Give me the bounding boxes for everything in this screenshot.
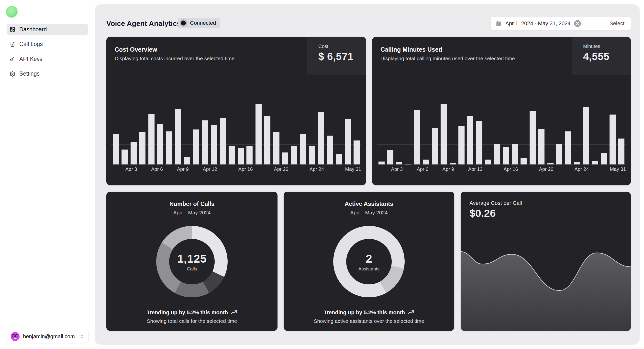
bar	[440, 104, 447, 164]
bar	[166, 131, 172, 164]
sidebar-item-label: Dashboard	[19, 26, 47, 33]
x-tick-label	[253, 166, 260, 176]
bar	[282, 152, 288, 164]
x-tick-label	[189, 166, 196, 176]
cost-chart-x-axis: Apr 3Apr 6Apr 9Apr 12Apr 16Apr 20Apr 24M…	[111, 166, 361, 176]
x-tick-label	[603, 166, 610, 176]
avatar	[11, 332, 20, 341]
x-tick-label	[111, 166, 118, 176]
x-tick-label	[410, 166, 417, 176]
bar	[574, 162, 580, 164]
x-tick-label	[267, 166, 274, 176]
bar	[238, 148, 244, 164]
x-tick-label: Apr 9	[177, 166, 189, 176]
x-tick-label: Apr 3	[391, 166, 403, 176]
x-tick-label	[483, 166, 490, 176]
clear-date-button[interactable]	[574, 20, 581, 27]
bar	[354, 141, 360, 164]
card-title: Average Cost per Call	[470, 200, 522, 206]
x-tick-label	[377, 166, 384, 176]
bar	[228, 146, 235, 164]
x-tick-label	[144, 166, 151, 176]
x-tick-label	[436, 166, 442, 176]
bar	[148, 114, 154, 164]
bar	[246, 146, 252, 164]
sidebar-item-label: Settings	[19, 71, 40, 77]
dashboard-grid-icon	[10, 27, 15, 32]
x-tick-label	[568, 166, 574, 176]
close-icon	[576, 22, 579, 25]
calls-donut-chart: 1,125 Calls	[156, 226, 228, 297]
main-panel: Voice Agent Analytics Connected Apr 1, 2…	[94, 5, 640, 344]
select-button[interactable]: Select	[603, 17, 631, 30]
bar	[113, 134, 119, 164]
sidebar-item-dashboard[interactable]: Dashboard	[6, 24, 88, 35]
gear-icon	[10, 71, 15, 77]
bar	[327, 136, 333, 164]
bar	[610, 115, 616, 164]
bar	[396, 162, 402, 164]
bar	[264, 116, 270, 164]
user-account-menu[interactable]: benjamin@gmail.com	[6, 330, 89, 343]
cost-bar-chart	[111, 75, 361, 164]
x-tick-label: Apr 20	[539, 166, 554, 176]
x-tick-label: Apr 6	[151, 166, 163, 176]
bar	[122, 150, 128, 165]
card-header: Calling Minutes Used Displaying total ca…	[372, 37, 631, 75]
x-tick-label	[217, 166, 224, 176]
sidebar-item-call-logs[interactable]: Call Logs	[6, 39, 88, 50]
card-footnote: Showing active assistants over the selec…	[284, 318, 454, 324]
x-tick-label	[295, 166, 302, 176]
x-tick-label	[196, 166, 203, 176]
sidebar-item-settings[interactable]: Settings	[6, 68, 88, 80]
x-tick-label: Apr 3	[126, 166, 137, 176]
stat-value: $ 6,571	[318, 51, 366, 62]
x-tick-label	[288, 166, 295, 176]
x-tick-label	[532, 166, 539, 176]
bar	[423, 160, 429, 164]
x-tick-label	[170, 166, 177, 176]
x-tick-label: Apr 12	[203, 166, 217, 176]
minutes-stat-box: Minutes 4,555	[572, 37, 631, 75]
card-title: Cost Overview	[115, 46, 234, 53]
cost-stat-box: Cost $ 6,571	[307, 37, 366, 75]
key-icon	[10, 56, 15, 62]
sidebar-item-label: Call Logs	[19, 41, 43, 48]
date-range-text: Apr 1, 2024 - May 31, 2024	[505, 20, 571, 27]
bar	[139, 132, 146, 164]
assistants-donut-chart: 2 Assistants	[333, 226, 405, 297]
x-tick-label	[384, 166, 391, 176]
bar	[157, 124, 163, 164]
date-range-button[interactable]: Apr 1, 2024 - May 31, 2024	[491, 17, 603, 30]
connection-status-badge[interactable]: Connected	[178, 18, 220, 28]
bar	[184, 157, 190, 164]
bar	[300, 134, 306, 164]
x-tick-label	[163, 166, 170, 176]
sidebar-item-api-keys[interactable]: API Keys	[6, 53, 88, 65]
assistants-total-label: Assistants	[358, 266, 380, 272]
app-root: DashboardCall LogsAPI KeysSettings benja…	[0, 0, 644, 349]
card-subtitle: Displaying total costs incurred over the…	[115, 56, 234, 62]
x-tick-label	[560, 166, 568, 176]
stat-value: 4,555	[583, 51, 631, 62]
calls-total-label: Calls	[187, 266, 197, 272]
app-logo	[6, 6, 18, 18]
bar	[405, 164, 411, 164]
x-tick-label: May 31	[345, 166, 361, 176]
x-tick-label: Apr 20	[274, 166, 288, 176]
card-header: Cost Overview Displaying total costs inc…	[106, 37, 366, 75]
bar	[450, 163, 456, 164]
x-tick-label: Apr 16	[504, 166, 518, 176]
bar	[309, 146, 315, 164]
bar	[202, 120, 208, 164]
x-tick-label: Apr 16	[238, 166, 253, 176]
trending-up-icon	[408, 309, 414, 316]
trending-up-icon	[231, 309, 237, 316]
calling-minutes-card: Calling Minutes Used Displaying total ca…	[372, 37, 631, 185]
bar	[256, 104, 262, 164]
x-tick-label: Apr 9	[442, 166, 454, 176]
x-tick-label	[403, 166, 410, 176]
x-tick-label: Apr 24	[310, 166, 324, 176]
x-tick-label	[137, 166, 144, 176]
card-subtitle: April - May 2024	[284, 210, 454, 216]
